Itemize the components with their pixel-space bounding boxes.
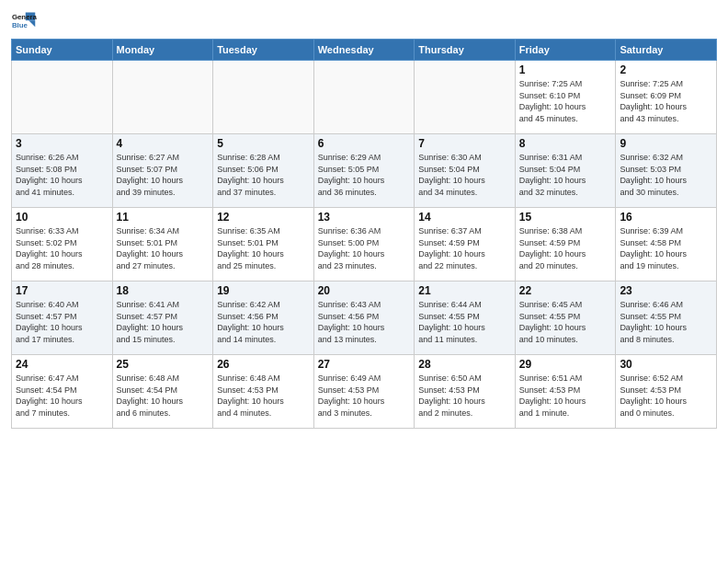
svg-text:General: General [12,13,37,21]
calendar-cell: 24Sunrise: 6:47 AM Sunset: 4:54 PM Dayli… [12,355,113,429]
day-info: Sunrise: 6:31 AM Sunset: 5:04 PM Dayligh… [519,152,612,198]
day-info: Sunrise: 6:46 AM Sunset: 4:55 PM Dayligh… [620,299,712,345]
calendar-cell [213,61,314,134]
day-number: 4 [117,137,210,150]
day-number: 27 [318,358,411,371]
calendar-week-row: 3Sunrise: 6:26 AM Sunset: 5:08 PM Daylig… [12,134,717,208]
day-info: Sunrise: 6:36 AM Sunset: 5:00 PM Dayligh… [318,225,411,271]
calendar-week-row: 1Sunrise: 7:25 AM Sunset: 6:10 PM Daylig… [12,61,717,134]
day-info: Sunrise: 6:30 AM Sunset: 5:04 PM Dayligh… [418,152,511,198]
day-info: Sunrise: 6:48 AM Sunset: 4:53 PM Dayligh… [217,373,310,419]
calendar-cell: 5Sunrise: 6:28 AM Sunset: 5:06 PM Daylig… [213,134,314,208]
weekday-header: Thursday [415,40,516,61]
day-number: 7 [418,137,511,150]
header: General Blue [11,9,717,35]
day-info: Sunrise: 6:50 AM Sunset: 4:53 PM Dayligh… [418,373,511,419]
day-number: 20 [318,284,411,297]
logo: General Blue [11,9,37,35]
calendar-cell [112,61,213,134]
day-number: 26 [217,358,310,371]
weekday-header: Saturday [616,40,717,61]
day-number: 30 [620,358,712,371]
day-info: Sunrise: 6:27 AM Sunset: 5:07 PM Dayligh… [117,152,210,198]
day-info: Sunrise: 6:48 AM Sunset: 4:54 PM Dayligh… [117,373,210,419]
day-number: 25 [117,358,210,371]
day-number: 12 [217,211,310,224]
calendar-cell: 27Sunrise: 6:49 AM Sunset: 4:53 PM Dayli… [313,355,415,429]
calendar-cell: 20Sunrise: 6:43 AM Sunset: 4:56 PM Dayli… [313,282,415,355]
calendar-cell [313,61,415,134]
day-info: Sunrise: 6:51 AM Sunset: 4:53 PM Dayligh… [519,373,612,419]
logo-icon: General Blue [11,9,37,35]
calendar-cell [415,61,516,134]
calendar-cell: 14Sunrise: 6:37 AM Sunset: 4:59 PM Dayli… [415,208,516,282]
calendar-week-row: 10Sunrise: 6:33 AM Sunset: 5:02 PM Dayli… [12,208,717,282]
calendar-cell: 6Sunrise: 6:29 AM Sunset: 5:05 PM Daylig… [313,134,415,208]
day-info: Sunrise: 6:39 AM Sunset: 4:58 PM Dayligh… [620,225,712,271]
day-info: Sunrise: 6:41 AM Sunset: 4:57 PM Dayligh… [117,299,210,345]
day-info: Sunrise: 6:44 AM Sunset: 4:55 PM Dayligh… [418,299,511,345]
weekday-header: Wednesday [313,40,415,61]
day-number: 1 [519,63,612,76]
day-number: 14 [418,211,511,224]
svg-text:Blue: Blue [12,21,28,29]
day-info: Sunrise: 6:42 AM Sunset: 4:56 PM Dayligh… [217,299,310,345]
calendar-cell: 15Sunrise: 6:38 AM Sunset: 4:59 PM Dayli… [515,208,616,282]
day-info: Sunrise: 6:33 AM Sunset: 5:02 PM Dayligh… [16,225,108,271]
weekday-header: Monday [112,40,213,61]
calendar-cell: 8Sunrise: 6:31 AM Sunset: 5:04 PM Daylig… [515,134,616,208]
day-number: 18 [117,284,210,297]
calendar-cell: 12Sunrise: 6:35 AM Sunset: 5:01 PM Dayli… [213,208,314,282]
day-number: 24 [16,358,108,371]
page-container: General Blue SundayMondayTuesdayWednesda… [0,0,728,434]
calendar-cell: 30Sunrise: 6:52 AM Sunset: 4:53 PM Dayli… [616,355,717,429]
day-number: 5 [217,137,310,150]
day-number: 6 [318,137,411,150]
calendar-cell: 28Sunrise: 6:50 AM Sunset: 4:53 PM Dayli… [415,355,516,429]
calendar-cell: 13Sunrise: 6:36 AM Sunset: 5:00 PM Dayli… [313,208,415,282]
day-info: Sunrise: 6:40 AM Sunset: 4:57 PM Dayligh… [16,299,108,345]
calendar-cell: 18Sunrise: 6:41 AM Sunset: 4:57 PM Dayli… [112,282,213,355]
day-number: 17 [16,284,108,297]
calendar-cell: 17Sunrise: 6:40 AM Sunset: 4:57 PM Dayli… [12,282,113,355]
day-info: Sunrise: 6:29 AM Sunset: 5:05 PM Dayligh… [318,152,411,198]
day-info: Sunrise: 6:38 AM Sunset: 4:59 PM Dayligh… [519,225,612,271]
day-number: 10 [16,211,108,224]
day-info: Sunrise: 7:25 AM Sunset: 6:09 PM Dayligh… [620,78,712,124]
calendar-cell: 2Sunrise: 7:25 AM Sunset: 6:09 PM Daylig… [616,61,717,134]
day-number: 15 [519,211,612,224]
day-info: Sunrise: 6:52 AM Sunset: 4:53 PM Dayligh… [620,373,712,419]
calendar-cell: 26Sunrise: 6:48 AM Sunset: 4:53 PM Dayli… [213,355,314,429]
day-number: 9 [620,137,712,150]
calendar-cell: 7Sunrise: 6:30 AM Sunset: 5:04 PM Daylig… [415,134,516,208]
day-info: Sunrise: 6:37 AM Sunset: 4:59 PM Dayligh… [418,225,511,271]
calendar-cell: 11Sunrise: 6:34 AM Sunset: 5:01 PM Dayli… [112,208,213,282]
day-info: Sunrise: 6:43 AM Sunset: 4:56 PM Dayligh… [318,299,411,345]
calendar-cell: 16Sunrise: 6:39 AM Sunset: 4:58 PM Dayli… [616,208,717,282]
calendar-cell: 21Sunrise: 6:44 AM Sunset: 4:55 PM Dayli… [415,282,516,355]
day-number: 28 [418,358,511,371]
calendar-week-row: 24Sunrise: 6:47 AM Sunset: 4:54 PM Dayli… [12,355,717,429]
day-number: 29 [519,358,612,371]
calendar-week-row: 17Sunrise: 6:40 AM Sunset: 4:57 PM Dayli… [12,282,717,355]
day-number: 21 [418,284,511,297]
calendar-cell: 4Sunrise: 6:27 AM Sunset: 5:07 PM Daylig… [112,134,213,208]
calendar-cell: 10Sunrise: 6:33 AM Sunset: 5:02 PM Dayli… [12,208,113,282]
day-number: 2 [620,63,712,76]
weekday-header: Tuesday [213,40,314,61]
day-number: 3 [16,137,108,150]
day-info: Sunrise: 6:45 AM Sunset: 4:55 PM Dayligh… [519,299,612,345]
calendar-cell: 22Sunrise: 6:45 AM Sunset: 4:55 PM Dayli… [515,282,616,355]
day-info: Sunrise: 6:47 AM Sunset: 4:54 PM Dayligh… [16,373,108,419]
day-info: Sunrise: 6:49 AM Sunset: 4:53 PM Dayligh… [318,373,411,419]
calendar-cell: 1Sunrise: 7:25 AM Sunset: 6:10 PM Daylig… [515,61,616,134]
day-number: 16 [620,211,712,224]
calendar-cell: 29Sunrise: 6:51 AM Sunset: 4:53 PM Dayli… [515,355,616,429]
weekday-header: Friday [515,40,616,61]
day-number: 11 [117,211,210,224]
weekday-header-row: SundayMondayTuesdayWednesdayThursdayFrid… [12,40,717,61]
calendar-cell: 9Sunrise: 6:32 AM Sunset: 5:03 PM Daylig… [616,134,717,208]
day-number: 23 [620,284,712,297]
day-info: Sunrise: 6:32 AM Sunset: 5:03 PM Dayligh… [620,152,712,198]
day-number: 13 [318,211,411,224]
